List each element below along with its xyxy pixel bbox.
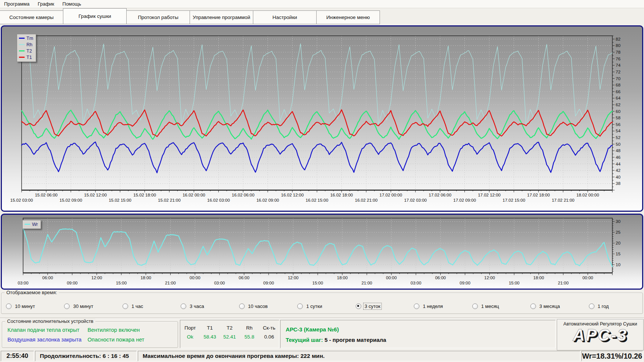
devices-state-group-label: Состояние исполнительных устройств — [5, 318, 95, 324]
tab-drying-chart[interactable]: График сушки — [63, 8, 127, 24]
svg-text:00:00: 00:00 — [386, 276, 397, 280]
menu-help[interactable]: Помощь — [58, 0, 85, 7]
svg-text:16.02 12:00: 16.02 12:00 — [281, 193, 304, 197]
time-option-10min[interactable]: 10 минут — [1, 303, 60, 309]
arc3-app-window: Программа График Помощь Состояние камеры… — [0, 0, 644, 362]
wr-chart-legend: Wr — [22, 220, 41, 229]
radio-icon[interactable] — [530, 303, 536, 309]
radio-icon[interactable] — [356, 303, 361, 309]
svg-text:58: 58 — [616, 116, 621, 120]
time-option-3days[interactable]: 3 суток — [351, 303, 409, 309]
radio-icon[interactable] — [123, 303, 128, 309]
radio-icon[interactable] — [472, 303, 478, 309]
svg-text:62: 62 — [616, 103, 621, 107]
device-heat-valve-status: Клапан подачи тепла открыт — [7, 327, 88, 333]
sensor-header-speed: Ск-ть — [259, 325, 279, 331]
svg-text:15.02 15:00: 15.02 15:00 — [109, 198, 131, 202]
svg-text:16.02 03:00: 16.02 03:00 — [207, 198, 230, 202]
sensor-header-port: Порт — [180, 325, 200, 331]
svg-text:64: 64 — [616, 96, 621, 100]
time-option-1hour[interactable]: 1 час — [118, 303, 176, 309]
displayed-time-group-label: Отображаемое время: — [4, 290, 59, 295]
radio-icon[interactable] — [64, 303, 70, 309]
time-option-1year[interactable]: 1 год — [584, 303, 643, 309]
radio-icon[interactable] — [297, 303, 303, 309]
time-option-3months[interactable]: 3 месяца — [526, 303, 584, 309]
svg-text:56: 56 — [616, 122, 621, 127]
menu-chart[interactable]: График — [34, 0, 58, 7]
time-option-3hours[interactable]: 3 часа — [176, 303, 234, 309]
tm-line-swatch — [19, 38, 25, 39]
svg-text:21:00: 21:00 — [165, 281, 176, 285]
radio-icon[interactable] — [589, 303, 594, 309]
svg-text:18:00: 18:00 — [533, 276, 544, 280]
svg-text:48: 48 — [616, 148, 621, 153]
sensor-value-rh: 55.8 — [239, 334, 259, 340]
svg-text:00:00: 00:00 — [583, 276, 593, 280]
legend-item-tm: Tm — [19, 35, 33, 41]
sensor-header-t1: T1 — [200, 325, 220, 331]
svg-text:21:00: 21:00 — [558, 281, 569, 285]
svg-text:06:00: 06:00 — [42, 276, 53, 280]
svg-text:12:00: 12:00 — [91, 276, 102, 280]
time-option-1week[interactable]: 1 неделя — [409, 303, 467, 309]
svg-text:42: 42 — [616, 168, 621, 173]
legend-label-tm: Tm — [26, 36, 33, 41]
svg-text:17.02 03:00: 17.02 03:00 — [404, 198, 427, 202]
tab-program-control[interactable]: Управление программой — [190, 10, 253, 24]
radio-icon[interactable] — [239, 303, 245, 309]
svg-text:15.02 06:00: 15.02 06:00 — [35, 193, 58, 197]
radio-icon[interactable] — [181, 303, 186, 309]
tab-work-protocol[interactable]: Протокол работы — [126, 10, 190, 24]
menu-program[interactable]: Программа — [0, 0, 34, 7]
displayed-time-group: Отображаемое время: 10 минут 30 минут 1 … — [1, 293, 643, 314]
svg-text:17.02 18:00: 17.02 18:00 — [527, 193, 550, 197]
main-chart-svg: 3840424446485052545658606264666870727476… — [2, 26, 642, 211]
tab-chamber-state[interactable]: Состояние камеры — [0, 10, 63, 24]
tab-settings[interactable]: Настройки — [253, 10, 317, 24]
wr-line-swatch — [25, 224, 30, 225]
tab-engineering-menu[interactable]: Инженерное меню — [316, 10, 380, 24]
time-option-10hours[interactable]: 10 часов — [235, 303, 293, 309]
svg-text:18.02 00:00: 18.02 00:00 — [577, 193, 599, 197]
legend-label-t1: T1 — [26, 55, 32, 60]
time-option-1day[interactable]: 1 сутки — [293, 303, 351, 309]
time-option-30min[interactable]: 30 минут — [60, 303, 118, 309]
statusbar-clock: 2:55:40 — [1, 351, 34, 361]
t2-line-swatch — [19, 50, 25, 51]
current-step-label: Текущий шаг: — [286, 337, 323, 343]
device-fan-status: Вентилятор включен — [88, 327, 144, 333]
svg-text:18:00: 18:00 — [140, 276, 151, 280]
rh-line-swatch — [19, 44, 25, 45]
svg-text:46: 46 — [616, 155, 621, 160]
svg-text:15: 15 — [616, 252, 621, 256]
svg-text:82: 82 — [616, 37, 621, 41]
svg-text:15:00: 15:00 — [116, 281, 127, 285]
sensor-header-rh: Rh — [239, 325, 259, 331]
controller-current-step: Текущий шаг: 5 - прогрев материала — [286, 337, 386, 343]
sensor-readings-grid: Порт T1 T2 Rh Ск-ть Ok 58.43 52.41 55.8 … — [180, 325, 279, 340]
svg-text:52: 52 — [616, 135, 621, 140]
radio-icon[interactable] — [414, 303, 419, 309]
svg-text:17.02 06:00: 17.02 06:00 — [429, 193, 451, 197]
sensor-value-speed: 0.06 — [259, 334, 279, 340]
statusbar-message: Максимальное время до окончания прогрева… — [138, 351, 580, 361]
sensor-readings-panel: Порт T1 T2 Rh Ск-ть Ok 58.43 52.41 55.8 … — [180, 320, 279, 348]
svg-text:15.02 21:00: 15.02 21:00 — [158, 198, 181, 202]
logo-title: АРС-3 — [557, 327, 643, 344]
bottom-separator — [0, 318, 644, 319]
svg-text:06:00: 06:00 — [435, 276, 446, 280]
radio-icon[interactable] — [6, 303, 12, 309]
legend-label-rh: Rh — [26, 42, 32, 47]
time-option-1month[interactable]: 1 месяц — [468, 303, 526, 309]
svg-text:74: 74 — [616, 63, 621, 67]
logo-panel: Автоматический Регулятор Сушки АРС-3 — [557, 319, 644, 350]
svg-text:09:00: 09:00 — [460, 281, 470, 285]
main-chart-panel: 3840424446485052545658606264666870727476… — [1, 25, 643, 212]
wr-chart-svg: 101520253006:0012:0018:0000:0006:0012:00… — [2, 215, 642, 289]
statusbar-duration: Продолжительность: 6 : 16 : 45 — [35, 351, 137, 361]
svg-text:21:00: 21:00 — [361, 281, 372, 285]
legend-item-t1: T1 — [19, 54, 33, 60]
svg-text:09:00: 09:00 — [67, 281, 77, 285]
svg-text:30: 30 — [616, 219, 621, 224]
